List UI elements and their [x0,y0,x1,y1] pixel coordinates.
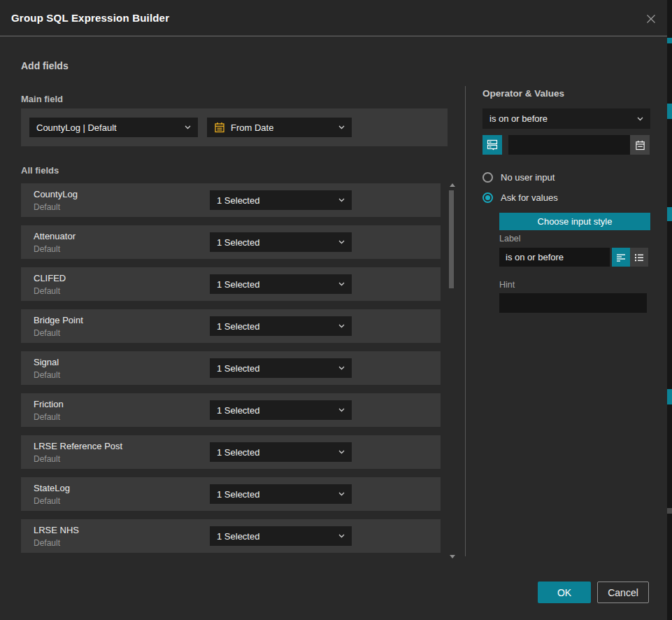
close-icon [645,13,657,24]
main-field-panel: CountyLog | Default From Date [21,108,448,146]
field-selection-select[interactable]: 1 Selected [210,232,352,252]
input-style-list-button[interactable] [630,248,648,267]
field-selection-value: 1 Selected [217,405,259,416]
choose-input-style-button[interactable]: Choose input style [499,213,650,230]
label-caption: Label [499,234,521,244]
close-button[interactable] [645,13,657,25]
operator-values-heading: Operator & Values [482,88,564,99]
field-row-countylog: CountyLog Default 1 Selected [21,183,441,217]
field-selection-select[interactable]: 1 Selected [210,316,352,336]
field-name: LRSE Reference Post [34,441,122,451]
chevron-down-icon [338,125,345,129]
chevron-down-icon [338,366,345,370]
field-selection-select[interactable]: 1 Selected [210,274,352,294]
value-source-picker-button[interactable] [482,135,502,155]
value-input[interactable] [508,135,630,155]
all-fields-heading: All fields [21,165,59,176]
field-selection-value: 1 Selected [217,279,259,290]
field-subtitle: Default [34,496,60,506]
hint-caption: Hint [499,280,515,290]
main-source-select[interactable]: CountyLog | Default [29,118,198,137]
field-name: Friction [34,399,64,409]
ok-button[interactable]: OK [538,582,591,603]
field-subtitle: Default [34,328,60,338]
hint-input[interactable] [499,293,647,313]
chevron-down-icon [637,117,643,121]
background-fragment [667,104,672,119]
calendar-icon [214,122,225,133]
field-name: StateLog [34,483,70,493]
field-selection-value: 1 Selected [217,195,259,206]
radio-ask-for-values[interactable]: Ask for values [482,192,558,203]
field-row-statelog: StateLog Default 1 Selected [21,477,441,511]
align-left-lines-icon [615,252,627,263]
main-field-heading: Main field [21,94,63,104]
chevron-down-icon [338,408,345,412]
background-fragment [667,508,672,514]
dialog-titlebar: Group SQL Expression Builder [0,0,667,36]
field-name: Bridge Point [34,315,83,325]
cancel-button[interactable]: Cancel [597,582,649,603]
field-subtitle: Default [34,286,60,296]
field-selection-value: 1 Selected [217,363,259,374]
input-style-single-button[interactable] [612,248,630,267]
main-field-select-value: From Date [231,122,273,133]
field-selection-value: 1 Selected [217,531,259,542]
field-selection-select[interactable]: 1 Selected [210,400,352,420]
all-fields-list: CountyLog Default 1 Selected Attenuator … [21,183,441,561]
field-subtitle: Default [34,412,60,422]
bulleted-list-icon [634,252,645,263]
scroll-down-arrow-icon[interactable] [450,555,455,558]
label-input[interactable] [499,248,610,267]
scrollbar-thumb[interactable] [449,190,454,288]
field-row-clifed: CLIFED Default 1 Selected [21,267,441,301]
scroll-up-arrow-icon[interactable] [450,183,455,187]
field-selection-select[interactable]: 1 Selected [210,484,352,504]
field-row-friction: Friction Default 1 Selected [21,393,441,427]
radio-selected-icon [482,192,493,203]
field-selection-select[interactable]: 1 Selected [210,358,352,378]
field-subtitle: Default [34,538,60,548]
background-fragment [667,389,672,404]
chevron-down-icon [338,282,345,286]
field-subtitle: Default [34,244,60,254]
radio-icon [482,172,493,183]
field-row-lrse-reference-post: LRSE Reference Post Default 1 Selected [21,435,441,469]
dialog-title: Group SQL Expression Builder [11,0,169,36]
field-subtitle: Default [34,454,60,464]
date-picker-button[interactable] [630,135,650,155]
radio-no-user-input[interactable]: No user input [482,172,555,183]
background-fragment [667,38,672,43]
field-row-lrse-nhs: LRSE NHS Default 1 Selected [21,519,441,553]
fields-list-scrollbar[interactable] [448,181,456,560]
field-name: Signal [34,357,59,367]
field-selection-value: 1 Selected [217,237,259,248]
field-name: CLIFED [34,273,66,283]
chevron-down-icon [338,198,345,202]
field-subtitle: Default [34,370,60,380]
field-selection-select[interactable]: 1 Selected [210,190,352,210]
main-field-select[interactable]: From Date [207,118,352,137]
stacked-values-icon [486,139,499,151]
field-selection-select[interactable]: 1 Selected [210,442,352,462]
field-selection-value: 1 Selected [217,447,259,458]
field-row-signal: Signal Default 1 Selected [21,351,441,385]
operator-select[interactable]: is on or before [482,108,650,129]
operator-select-value: is on or before [489,113,548,124]
main-source-select-value: CountyLog | Default [36,122,117,133]
calendar-icon [635,140,645,150]
field-selection-value: 1 Selected [217,489,259,500]
chevron-down-icon [338,450,345,454]
chevron-down-icon [338,324,345,328]
field-name: CountyLog [34,189,78,199]
radio-label: Ask for values [501,192,558,203]
field-name: Attenuator [34,231,76,241]
add-fields-heading: Add fields [21,60,69,71]
background-fragment [667,207,672,221]
panel-divider [465,86,466,556]
group-sql-expression-builder-dialog: Group SQL Expression Builder Add fields … [0,0,672,620]
field-row-attenuator: Attenuator Default 1 Selected [21,225,441,259]
chevron-down-icon [338,240,345,244]
chevron-down-icon [185,125,191,129]
field-selection-select[interactable]: 1 Selected [210,526,352,546]
